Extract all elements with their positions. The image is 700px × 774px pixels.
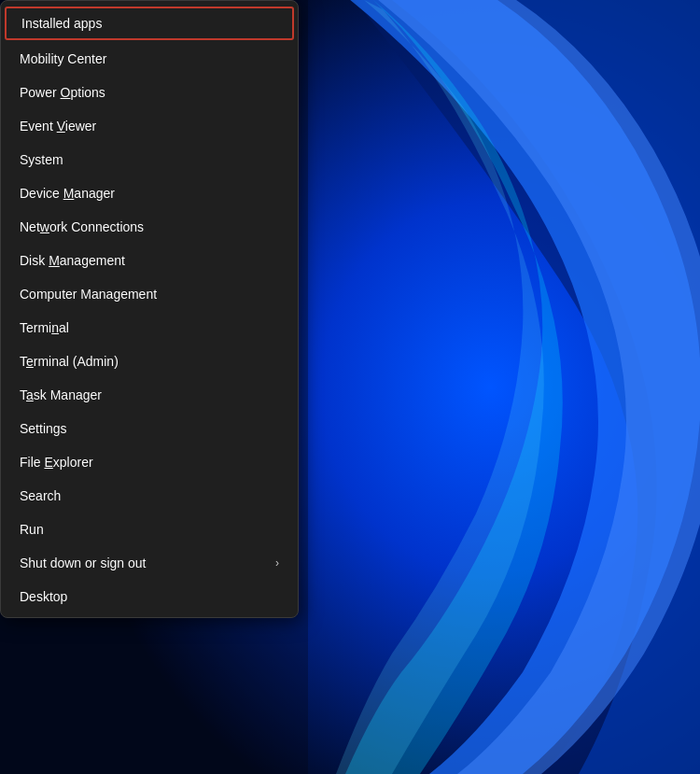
menu-item-shut-down[interactable]: Shut down or sign out› — [1, 546, 298, 580]
menu-item-label-terminal-admin: Terminal (Admin) — [20, 354, 119, 369]
menu-item-label-task-manager: Task Manager — [20, 387, 102, 402]
menu-item-label-disk-management: Disk Management — [20, 253, 125, 268]
menu-item-label-terminal: Terminal — [20, 320, 69, 335]
menu-item-label-shut-down: Shut down or sign out — [20, 556, 146, 570]
menu-item-run[interactable]: Run — [1, 513, 298, 546]
menu-item-disk-management[interactable]: Disk Management — [1, 244, 298, 277]
menu-item-settings[interactable]: Settings — [1, 412, 298, 445]
context-menu: Installed appsMobility CenterPower Optio… — [0, 0, 299, 618]
menu-item-desktop[interactable]: Desktop — [1, 580, 298, 613]
menu-item-label-event-viewer: Event Viewer — [20, 119, 96, 134]
menu-item-power-options[interactable]: Power Options — [1, 76, 298, 109]
menu-item-terminal[interactable]: Terminal — [1, 311, 298, 345]
menu-item-installed-apps[interactable]: Installed apps — [5, 7, 294, 40]
menu-item-label-search: Search — [20, 488, 61, 503]
menu-item-computer-management[interactable]: Computer Management — [1, 277, 298, 311]
submenu-arrow-icon: › — [275, 556, 279, 570]
menu-item-system[interactable]: System — [1, 143, 298, 176]
menu-item-terminal-admin[interactable]: Terminal (Admin) — [1, 345, 298, 378]
menu-item-label-system: System — [20, 152, 63, 167]
menu-item-label-computer-management: Computer Management — [20, 287, 157, 302]
menu-item-label-settings: Settings — [20, 421, 67, 436]
menu-item-device-manager[interactable]: Device Manager — [1, 176, 298, 210]
menu-item-label-run: Run — [20, 522, 44, 537]
menu-item-event-viewer[interactable]: Event Viewer — [1, 109, 298, 143]
menu-item-file-explorer[interactable]: File Explorer — [1, 445, 298, 479]
menu-item-label-desktop: Desktop — [20, 589, 67, 604]
menu-item-label-mobility-center: Mobility Center — [20, 51, 106, 66]
menu-item-label-power-options: Power Options — [20, 85, 105, 100]
menu-item-label-network-connections: Network Connections — [20, 219, 144, 234]
menu-item-search[interactable]: Search — [1, 479, 298, 513]
menu-item-mobility-center[interactable]: Mobility Center — [1, 42, 298, 76]
menu-item-label-device-manager: Device Manager — [20, 186, 115, 201]
menu-item-network-connections[interactable]: Network Connections — [1, 210, 298, 244]
menu-item-label-file-explorer: File Explorer — [20, 455, 93, 470]
menu-item-task-manager[interactable]: Task Manager — [1, 378, 298, 412]
